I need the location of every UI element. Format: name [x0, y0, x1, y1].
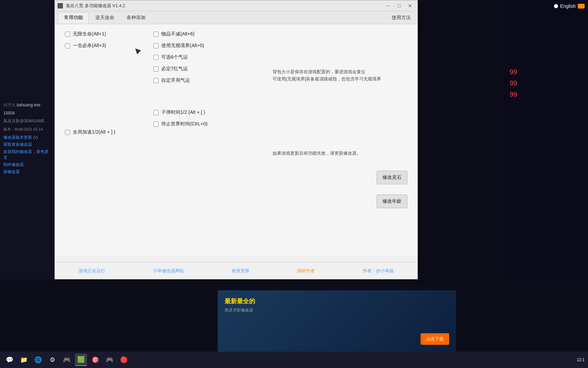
- tab-usage[interactable]: 使用方法: [388, 13, 414, 23]
- website-link[interactable]: 小幸修改器网站: [153, 268, 184, 274]
- english-dot: [554, 4, 558, 8]
- checkbox-global-speed-label: 全局加速1/2(Alt + ] ): [73, 129, 115, 135]
- welcome-link[interactable]: 欢迎我的修改器，请考虑支: [3, 149, 51, 160]
- banner-subtitle: 风灵月影修改器: [225, 307, 253, 313]
- checkbox-unlimited-life-input[interactable]: [65, 32, 70, 37]
- taskbar-explorer[interactable]: 📁: [18, 354, 30, 366]
- author-link[interactable]: 作者：@小幸姐: [363, 268, 394, 274]
- process-label: 程序名:: [3, 103, 17, 107]
- create-mod-link[interactable]: 制作修改器: [3, 162, 51, 168]
- taskbar-settings[interactable]: ⚙: [46, 354, 59, 366]
- checkbox-item-nodecline-label: 物品不减(Alt+6): [161, 31, 195, 37]
- close-button[interactable]: ✕: [405, 2, 415, 10]
- checkbox-bullet-half[interactable]: 子弹时间1/2 (Alt + [ ): [153, 109, 208, 116]
- checkbox-no-view-border-label: 使用无视境界(Alt+0): [161, 43, 204, 49]
- checkbox-unlimited-life[interactable]: 无限生命(Alt+1): [65, 31, 115, 37]
- info-text: 背包大小是保存在游戏配置的，重进游戏会复位 可使用[无视境界]装备最顶级戒指，也…: [273, 68, 381, 83]
- taskbar-steam[interactable]: 🎮: [61, 354, 73, 366]
- checkbox-global-speed[interactable]: 全局加速1/2(Alt + ] ): [65, 129, 115, 135]
- left-column: 无限生命(Alt+1) 一击必杀(Alt+3) 全局加速1/2(Alt + ] …: [65, 31, 115, 141]
- content-area: 无限生命(Alt+1) 一击必杀(Alt+3) 全局加速1/2(Alt + ] …: [55, 24, 418, 256]
- notif-area: 12:1: [520, 352, 588, 368]
- app-icon: [58, 3, 63, 9]
- checkbox-bullet-half-input[interactable]: [153, 110, 159, 115]
- checkbox-seven-red-qiyun-label: 必定7红气运: [161, 66, 188, 72]
- checkbox-stop-world-time-label: 停止世界时间(CtrL+0): [161, 121, 208, 127]
- info-text2: 如果游戏更新后有功能失效，请更新修改器。: [273, 150, 361, 156]
- checkbox-seven-red-qiyun[interactable]: 必定7红气运: [153, 66, 208, 72]
- checkbox-custom-qiyun-input[interactable]: [153, 78, 159, 83]
- checkbox-six-qiyun-input[interactable]: [153, 55, 159, 60]
- system-time: 12:1: [577, 357, 585, 362]
- info-line1: 背包大小是保存在游戏配置的，重进游戏会复位: [273, 68, 381, 76]
- english-badge: English: [554, 3, 585, 9]
- author-label: 风灵月影@3DMGAME: [3, 118, 51, 124]
- minimize-button[interactable]: −: [383, 2, 393, 10]
- version-label: 版本：Build.2021.02.14: [3, 127, 51, 132]
- modify-age-button[interactable]: 修改年龄: [377, 195, 407, 208]
- checkbox-custom-qiyun-label: 自定开局气运: [161, 77, 190, 83]
- title-bar-controls[interactable]: − □ ✕: [383, 2, 415, 10]
- checkbox-no-view-border[interactable]: 使用无视境界(Alt+0): [153, 43, 208, 49]
- taskbar-active-app[interactable]: 🟩: [75, 354, 87, 366]
- left-panel-info: 程序名:bahuang.exe 15504 风灵月影@3DMGAME 版本：Bu…: [3, 102, 51, 175]
- donate-link[interactable]: 捐助作者: [297, 268, 315, 274]
- score-panel: 99 99 99: [503, 0, 588, 279]
- score-3: 99: [510, 91, 581, 98]
- checkbox-one-hit-kill-input[interactable]: [65, 43, 70, 48]
- maximize-button[interactable]: □: [394, 2, 404, 10]
- tab-common[interactable]: 常用功能: [58, 12, 89, 23]
- process-value: bahuang.exe: [17, 103, 40, 107]
- taskbar-record[interactable]: 🔴: [118, 354, 130, 366]
- download-button[interactable]: 点击下载: [421, 333, 449, 345]
- title-bar: 鬼谷八荒 多功能修改器 V1.4.2 − □ ✕: [55, 0, 418, 11]
- more-mods-link[interactable]: 获取更多修改器: [3, 142, 51, 148]
- taskbar-tool2[interactable]: 🎮: [103, 354, 116, 366]
- check-update-link[interactable]: 检查更新: [232, 268, 249, 274]
- taskbar-wechat[interactable]: 💬: [3, 354, 16, 366]
- tab-bar: 常用功能 逆天改命 各种添加 使用方法: [55, 11, 418, 24]
- info-line2: 可使用[无视境界]装备最顶级戒指，也包含学习无视境界: [273, 76, 381, 83]
- english-label: English: [560, 3, 576, 9]
- checkbox-seven-red-qiyun-input[interactable]: [153, 66, 159, 72]
- new-mod-link[interactable]: 新修改器: [3, 169, 51, 175]
- right-section: 物品不减(Alt+6) 使用无视境界(Alt+0) 可选6个气运 必定7红气运 …: [153, 31, 208, 133]
- checkbox-item-nodecline-input[interactable]: [153, 32, 159, 37]
- main-window: 鬼谷八荒 多功能修改器 V1.4.2 − □ ✕ 常用功能 逆天改命 各种添加 …: [54, 0, 418, 279]
- left-panel: 程序名:bahuang.exe 15504 风灵月影@3DMGAME 版本：Bu…: [0, 0, 54, 279]
- checkbox-bullet-half-label: 子弹时间1/2 (Alt + [ ): [161, 109, 205, 116]
- taskbar: 💬 📁 🌐 ⚙ 🎮 🟩 🎯 🎮 🔴 12:1: [0, 352, 588, 368]
- checkbox-global-speed-input[interactable]: [65, 130, 70, 135]
- checkbox-one-hit-kill[interactable]: 一击必杀(Alt+3): [65, 43, 115, 49]
- bottom-banner: 最新最全的 风灵月影修改器 点击下载: [218, 290, 456, 352]
- modify-lingshi-button[interactable]: 修改灵石: [377, 171, 407, 184]
- checkbox-one-hit-kill-label: 一击必杀(Alt+3): [73, 43, 106, 49]
- update-link[interactable]: 修改器版本更新 (v): [3, 135, 51, 140]
- pid-value: 15504: [3, 111, 15, 116]
- english-rect: [578, 4, 585, 9]
- taskbar-tool1[interactable]: 🎯: [89, 354, 101, 366]
- checkbox-stop-world-time[interactable]: 停止世界时间(CtrL+0): [153, 121, 208, 127]
- tab-various[interactable]: 各种添加: [121, 12, 151, 23]
- banner-title: 最新最全的: [225, 297, 255, 305]
- taskbar-browser[interactable]: 🌐: [32, 354, 44, 366]
- checkbox-no-view-border-input[interactable]: [153, 43, 159, 48]
- checkbox-six-qiyun-label: 可选6个气运: [161, 54, 188, 60]
- checkbox-custom-qiyun[interactable]: 自定开局气运: [153, 77, 208, 83]
- bottom-bar: 游戏正在运行 小幸修改器网站 检查更新 捐助作者 作者：@小幸姐: [55, 262, 418, 279]
- score-1: 99: [510, 68, 581, 76]
- score-2: 99: [510, 79, 581, 87]
- left-panel-links: 修改器版本更新 (v) 获取更多修改器 欢迎我的修改器，请考虑支 制作修改器 新…: [3, 135, 51, 175]
- tab-heaven[interactable]: 逆天改命: [89, 12, 120, 23]
- title-bar-left: 鬼谷八荒 多功能修改器 V1.4.2: [58, 3, 125, 9]
- checkbox-item-nodecline[interactable]: 物品不减(Alt+6): [153, 31, 208, 37]
- window-title: 鬼谷八荒 多功能修改器 V1.4.2: [66, 3, 125, 9]
- checkbox-six-qiyun[interactable]: 可选6个气运: [153, 54, 208, 60]
- game-running-link[interactable]: 游戏正在运行: [79, 268, 105, 274]
- checkbox-unlimited-life-label: 无限生命(Alt+1): [73, 31, 106, 37]
- checkbox-stop-world-time-input[interactable]: [153, 122, 159, 127]
